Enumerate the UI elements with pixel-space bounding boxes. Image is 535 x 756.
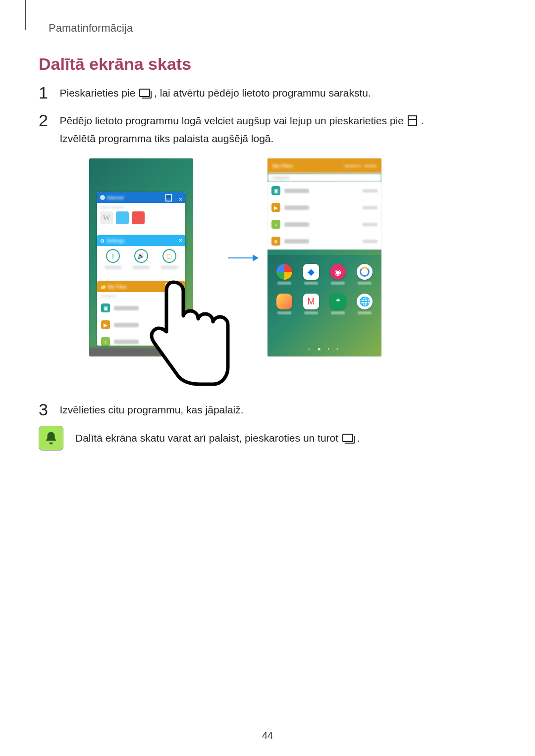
internet-icon: 🌐 <box>357 294 373 309</box>
app-title: My Files <box>272 163 293 169</box>
split-screen-icon <box>165 194 172 202</box>
dropbox-icon: ◆ <box>303 264 319 280</box>
note-text: Dalītā ekrāna skatu varat arī palaist, p… <box>75 432 360 444</box>
display-icon: ▢ <box>162 249 176 263</box>
split-screen-icon <box>165 283 172 291</box>
step-body: Izvēlieties citu programmu, kas jāpalaiž… <box>59 401 243 419</box>
instagram-icon: ◉ <box>330 264 346 280</box>
recent-card-settings: ⚙ Settings × ⫿ 🔊 ▢ <box>97 235 185 285</box>
section-header: Pamatinformācija <box>49 22 133 35</box>
page-indicator: ○ ■ • • <box>268 347 381 352</box>
recent-card-myfiles: 📁 My Files × Category ▣ ▶ ♪ <box>97 281 185 346</box>
split-screen-icon <box>408 115 417 126</box>
card-header: ⚙ Settings × <box>97 235 185 246</box>
file-row: ▣ <box>268 182 381 199</box>
step-3: 3 Izvēlieties citu programmu, kas jāpala… <box>39 401 495 419</box>
search-label: SEARCH <box>344 164 361 168</box>
text: . <box>357 432 360 444</box>
card-header: 📁 My Files × <box>97 281 185 292</box>
category-label: Category <box>268 173 381 182</box>
card-actions: × <box>161 193 182 203</box>
note-bell-icon <box>39 426 63 451</box>
text: Dalītā ekrāna skatu varat arī palaist, p… <box>75 432 341 444</box>
page-number: 44 <box>0 730 535 741</box>
text: Pieskarieties pie <box>59 87 138 99</box>
text: . <box>421 115 424 126</box>
text: Izvēlētā programma tiks palaista augšējā… <box>59 133 273 144</box>
close-all-button: CLOSE ALL <box>89 348 193 356</box>
close-icon: × <box>179 285 182 292</box>
phone-recents: Internet × Quick access W ⚙ Settings <box>89 158 193 356</box>
close-icon: × <box>179 196 182 203</box>
margin-line <box>25 0 26 30</box>
hangouts-icon: ❝ <box>330 294 346 309</box>
label: Category <box>97 292 185 300</box>
phone-split-result: My Files SEARCH MORE Category ▣ ▶ ♪ ≡ ◆ … <box>268 158 381 356</box>
more-label: MORE <box>365 164 376 168</box>
data-usage-icon: ⫿ <box>106 249 120 263</box>
file-row: ♪ <box>268 216 381 233</box>
step-1: 1 Pieskarieties pie , lai atvērtu pēdējo… <box>39 84 495 102</box>
step-number: 2 <box>39 112 57 129</box>
illustration: Internet × Quick access W ⚙ Settings <box>89 158 446 386</box>
label: Quick access <box>97 203 185 211</box>
home-screen: ◆ ◉ M ❝ 🌐 ○ ■ • • <box>268 255 381 356</box>
step-body: Pēdējo lietoto programmu logā velciet au… <box>59 112 424 147</box>
text: Pēdējo lietoto programmu logā velciet au… <box>59 115 406 126</box>
step-number: 3 <box>39 401 57 418</box>
step-number: 1 <box>39 84 57 101</box>
text: , lai atvērtu pēdējo lietoto programmu s… <box>154 87 371 99</box>
recent-apps-icon <box>139 89 150 97</box>
gmail-icon: M <box>303 294 319 309</box>
card-header: Internet × <box>97 192 185 203</box>
file-row: ≡ <box>268 233 381 250</box>
close-icon: × <box>179 237 182 244</box>
card-title: My Files <box>108 284 126 290</box>
gallery-icon <box>276 294 292 309</box>
chrome-icon <box>276 264 292 280</box>
arrow-right-icon <box>228 257 258 258</box>
app-topbar: My Files SEARCH MORE <box>268 158 381 173</box>
folder-icon: 📁 <box>100 284 106 290</box>
note: Dalītā ekrāna skatu varat arī palaist, p… <box>39 426 495 451</box>
step-2: 2 Pēdējo lietoto programmu logā velciet … <box>39 112 495 147</box>
card-title: Internet <box>107 195 124 201</box>
smart-manager-icon <box>357 264 373 280</box>
sound-icon: 🔊 <box>134 249 148 263</box>
step-body: Pieskarieties pie , lai atvērtu pēdējo l… <box>59 84 371 102</box>
recent-apps-icon <box>342 434 353 442</box>
file-row: ▶ <box>268 199 381 216</box>
gear-icon: ⚙ <box>100 238 105 244</box>
card-title: Settings <box>107 238 124 244</box>
page-title: Dalītā ekrāna skats <box>39 54 191 74</box>
